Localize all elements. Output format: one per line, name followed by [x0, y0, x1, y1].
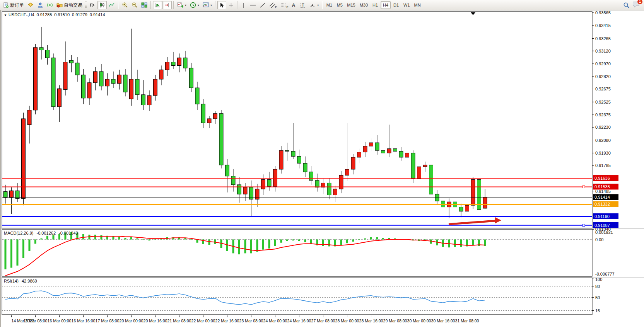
macd-bar	[256, 240, 258, 252]
signals-button[interactable]	[45, 1, 55, 9]
rsi-axis-label: 15	[595, 308, 600, 313]
timeframe-M5[interactable]: M5	[335, 1, 345, 9]
equidistant-channel-button[interactable]: E	[268, 1, 278, 9]
date-axis-label[interactable]: 30 Mar 16:00	[431, 318, 455, 323]
candle-body	[477, 180, 481, 210]
candle-body	[255, 189, 259, 199]
date-axis-label[interactable]: 23 Mar 08:00	[239, 318, 263, 323]
fibonacci-button[interactable]: F	[279, 1, 290, 9]
notifications-button[interactable]: 1	[633, 1, 640, 9]
macd-bar	[328, 240, 330, 247]
shift-chart-button[interactable]	[162, 1, 172, 9]
line-chart-button[interactable]	[107, 1, 116, 9]
date-axis-label[interactable]: 22 Mar 16:00	[215, 318, 239, 323]
date-axis-label[interactable]: 20 Mar 16:00	[143, 318, 167, 323]
hline-handle[interactable]	[583, 224, 585, 227]
timeframe-M30[interactable]: M30	[358, 1, 370, 9]
candle-body	[405, 153, 409, 157]
add-indicator-icon	[177, 2, 183, 8]
date-axis-label[interactable]: 16 Mar 16:00	[72, 318, 96, 323]
add-indicator-button[interactable]: ▾	[176, 1, 188, 9]
candle-body	[202, 104, 205, 123]
zoom-in-button[interactable]	[120, 1, 130, 9]
crosshair-button[interactable]	[227, 1, 236, 9]
date-axis-label[interactable]: 20 Mar 00:00	[120, 318, 143, 323]
chart-canvas[interactable]: 0.916360.915350.914140.913320.911900.910…	[1, 10, 644, 327]
timeframe-D1[interactable]: D1	[391, 1, 401, 9]
open-value: 0.91285	[37, 12, 52, 17]
bar-chart-button[interactable]	[88, 1, 97, 9]
template-button[interactable]: ▾	[201, 1, 214, 9]
date-axis-label[interactable]: 15 Mar 08:00	[24, 318, 48, 323]
date-axis-label[interactable]: 21 Mar 08:00	[167, 318, 191, 323]
arrows-button[interactable]: ▾	[308, 1, 320, 9]
macd-bar	[5, 240, 7, 269]
hline-handle[interactable]	[583, 186, 585, 188]
close-value: 0.91414	[90, 12, 105, 17]
candle-body	[327, 183, 331, 195]
auto-scroll-button[interactable]	[153, 1, 162, 9]
date-axis-label[interactable]: 16 Mar 00:00	[48, 318, 72, 323]
horizontal-line-button[interactable]	[248, 1, 258, 9]
candle-body	[363, 146, 367, 152]
macd-bar	[34, 240, 36, 244]
text-label-button[interactable]: T	[299, 1, 307, 9]
macd-bar	[472, 240, 474, 245]
ohlc-readout: 0.912850.915100.912790.91414	[34, 12, 105, 17]
text-button[interactable]: A	[290, 1, 299, 9]
toolbar-separator	[118, 1, 119, 9]
date-axis-label[interactable]: 24 Mar 16:00	[287, 318, 311, 323]
search-button[interactable]	[622, 1, 631, 9]
fib-suffix-glyph: F	[286, 5, 288, 9]
chart-window-area: ▼USDCHF-,H40.912850.915100.912790.91414 …	[0, 10, 644, 327]
timeframe-MN[interactable]: MN	[412, 1, 423, 9]
candle-body	[82, 75, 85, 98]
trendline-button[interactable]	[258, 1, 267, 9]
new-order-button[interactable]: 新订单	[2, 1, 26, 9]
macd-axis-label: 0.001921	[595, 230, 613, 235]
macd-bar	[262, 240, 264, 250]
market-watch-button[interactable]	[26, 1, 35, 9]
candlestick-chart-button[interactable]	[97, 1, 107, 9]
tile-windows-button[interactable]	[140, 1, 149, 9]
date-axis-label[interactable]: 24 Mar 00:00	[263, 318, 287, 323]
date-axis-label[interactable]: 28 Mar 16:00	[359, 318, 383, 323]
date-axis-label[interactable]: 31 Mar 08:00	[455, 318, 479, 323]
timeframe-H4[interactable]: H4	[381, 1, 391, 9]
notification-badge: 1	[637, 0, 642, 4]
timeframe-M1[interactable]: M1	[324, 1, 334, 9]
date-axis-label[interactable]: 30 Mar 00:00	[407, 318, 431, 323]
cursor-button[interactable]	[217, 1, 226, 9]
macd-axis-label: -0.006777	[595, 272, 615, 276]
candle-body	[387, 149, 391, 153]
profile-button[interactable]	[36, 1, 45, 9]
candle-body	[411, 153, 415, 179]
candlestick-chart-icon	[99, 2, 105, 8]
date-axis-label[interactable]: 22 Mar 00:00	[191, 318, 215, 323]
tile-windows-icon	[141, 2, 147, 8]
date-axis-label[interactable]: 27 Mar 08:00	[311, 318, 335, 323]
timeframe-H1[interactable]: H1	[370, 1, 380, 9]
text-tool-icon: A	[292, 2, 295, 8]
price-axis-label: 0.91485	[595, 189, 611, 194]
macd-bar	[238, 240, 240, 255]
zoom-out-button[interactable]	[130, 1, 139, 9]
date-axis-label[interactable]: 28 Mar 00:00	[335, 318, 359, 323]
timeframe-W1[interactable]: W1	[401, 1, 412, 9]
macd-bar	[137, 238, 138, 240]
candle-body	[417, 167, 421, 179]
vertical-line-button[interactable]	[239, 1, 248, 9]
toolbar-drag-handle[interactable]	[85, 2, 87, 9]
candle-body	[111, 79, 115, 83]
rsi-indicator-label: RSI(14) 42.9860	[4, 279, 37, 283]
period-button[interactable]: ▾	[188, 1, 201, 9]
symbol-collapse-icon[interactable]: ▼	[4, 14, 7, 17]
candle-body	[27, 110, 31, 125]
timeframe-M15[interactable]: M15	[345, 1, 357, 9]
autotrading-button[interactable]: 自动交易	[55, 1, 84, 9]
price-tag-label: 0.91636	[594, 176, 610, 181]
date-axis-label[interactable]: 17 Mar 08:00	[96, 318, 120, 323]
template-icon	[203, 2, 209, 8]
date-axis-label[interactable]: 29 Mar 08:00	[383, 318, 407, 323]
candle-body	[303, 163, 307, 172]
